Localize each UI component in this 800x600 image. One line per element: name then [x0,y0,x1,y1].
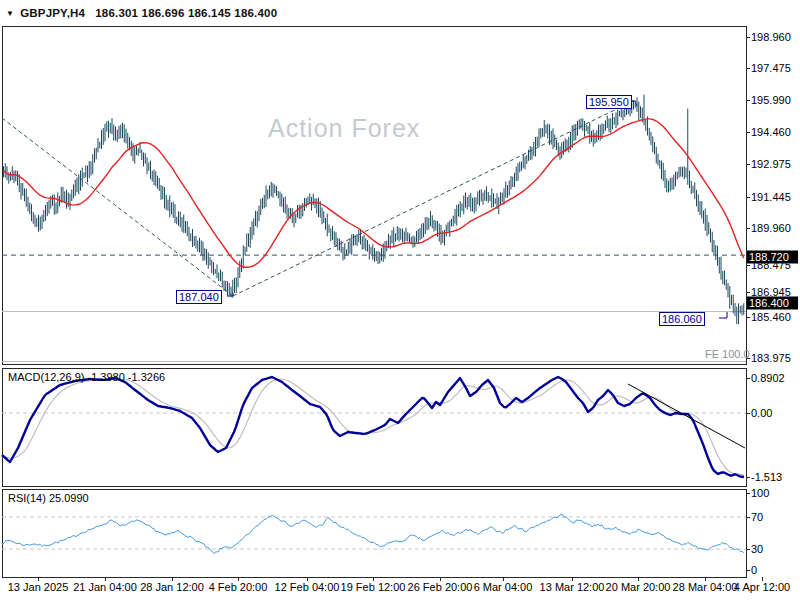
time-axis-label: 13 Jan 2025 [8,581,69,593]
current-price-label: 186.400 [747,297,798,310]
time-axis-label: 20 Mar 20:00 [606,581,671,593]
time-axis-label: 4 Feb 20:00 [209,581,268,593]
macd-axis-label: 0.00 [751,407,772,419]
annotation-price-label: 187.040 [176,290,222,304]
price-chart-canvas[interactable] [0,0,800,600]
current-price-label: 188.720 [747,251,798,264]
time-axis-label: 28 Mar 04:00 [673,581,738,593]
time-axis-label: 13 Mar 12:00 [540,581,605,593]
time-axis-label: 19 Feb 12:00 [341,581,406,593]
price-axis-label: 183.975 [751,352,791,364]
price-axis-label: 197.475 [751,62,791,74]
rsi-axis-label: 100 [751,487,769,499]
price-axis-label: 194.460 [751,126,791,138]
rsi-axis-label: 30 [751,543,763,555]
time-axis-label: 26 Feb 20:00 [408,581,473,593]
rsi-indicator-label: RSI(14) 25.0990 [8,492,89,504]
rsi-axis-label: 0 [751,564,757,576]
price-axis-label: 195.990 [751,94,791,106]
price-axis-label: 189.960 [751,222,791,234]
annotation-price-label: 195.950 [586,95,632,109]
rsi-axis-label: 70 [751,511,763,523]
price-axis-label: 192.975 [751,158,791,170]
price-axis-label: 185.460 [751,311,791,323]
price-axis-label: 198.960 [751,31,791,43]
annotation-price-label: 186.060 [659,312,705,326]
macd-axis-label: -1.513 [751,471,782,483]
price-axis-label: 191.445 [751,191,791,203]
macd-indicator-label: MACD(12,26,9) -1.3980 -1.3266 [8,371,165,383]
time-axis-label: 6 Mar 04:00 [474,581,533,593]
time-axis-label: 4 Apr 12:00 [734,581,790,593]
fibonacci-extension-label: FE 100.0 [705,348,750,360]
trading-chart-window: ▼ GBPJPY,H4 186.301 186.696 186.145 186.… [0,0,800,600]
time-axis-label: 28 Jan 12:00 [140,581,204,593]
macd-axis-label: 0.8902 [751,372,785,384]
time-axis-label: 12 Feb 04:00 [275,581,340,593]
time-axis-label: 21 Jan 04:00 [73,581,137,593]
